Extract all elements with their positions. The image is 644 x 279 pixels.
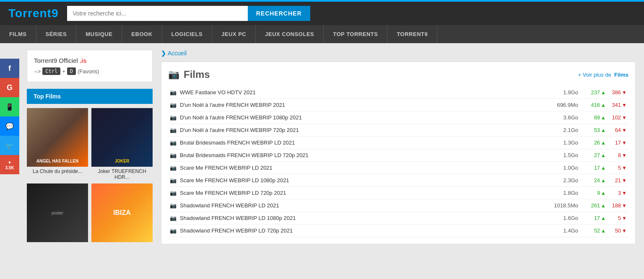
top-films-box: Top Films ANGEL HAS FALLEN La Chute du p… — [27, 89, 153, 244]
logo-blue: Torrent — [8, 7, 52, 20]
torrent-row[interactable]: 📷 D'un Noël à l'autre FRENCH WEBRIP 720p… — [168, 124, 628, 137]
film-thumb-2[interactable]: poster — [27, 183, 88, 244]
down-arrow-icon: ▼ — [622, 228, 627, 234]
social-twitter-button[interactable]: 🐦 — [0, 136, 19, 155]
torrent-camera-icon: 📷 — [170, 114, 177, 121]
torrent-row[interactable]: 📷 Scare Me FRENCH WEBRIP LD 720p 2021 1.… — [168, 187, 628, 199]
torrent-list: 📷 WWE Fastlane VO HDTV 2021 1.9Go 237 ▲ … — [168, 86, 628, 237]
film-thumb-3[interactable]: IBIZA — [91, 183, 153, 244]
torrent-camera-icon: 📷 — [170, 165, 177, 171]
search-button[interactable]: RECHERCHER — [248, 6, 310, 21]
social-facebook-button[interactable]: f — [0, 59, 19, 78]
torrent-row[interactable]: 📷 Scare Me FRENCH WEBRIP LD 2021 1.0Go 1… — [168, 162, 628, 174]
down-arrow-icon: ▼ — [622, 215, 627, 221]
camera-icon: 📷 — [168, 69, 179, 80]
up-arrow-icon: ▲ — [601, 228, 606, 234]
search-container: RECHERCHER — [67, 6, 310, 21]
logo-white: 9 — [52, 7, 59, 20]
torrent-seeds: 26 ▲ — [585, 140, 606, 146]
logo[interactable]: Torrent9 — [8, 7, 59, 20]
nav-item-series[interactable]: SÉRIES — [36, 25, 77, 43]
torrent-camera-icon: 📷 — [170, 127, 177, 133]
twitter-icon: 🐦 — [5, 142, 14, 150]
voir-plus-link[interactable]: + Voir plus de Films — [578, 72, 628, 78]
up-arrow-icon: ▲ — [601, 140, 606, 146]
torrent-row[interactable]: 📷 WWE Fastlane VO HDTV 2021 1.9Go 237 ▲ … — [168, 86, 628, 99]
social-google-button[interactable]: G — [0, 78, 19, 97]
torrent-name: D'un Noël à l'autre FRENCH WEBRIP 720p 2… — [180, 127, 540, 133]
torrent-row[interactable]: 📷 Scare Me FRENCH WEBRIP LD 1080p 2021 2… — [168, 174, 628, 187]
voir-plus-prefix: + Voir plus de — [578, 72, 611, 78]
d-kbd: D — [67, 67, 76, 75]
down-arrow-icon: ▼ — [622, 178, 627, 183]
torrent-row[interactable]: 📷 Brutal Bridesmaids FRENCH WEBRIP LD 20… — [168, 137, 628, 149]
film-thumb-1[interactable]: JOKER Joker TRUEFRENCH HDR... — [91, 108, 153, 180]
torrent-seeds: 416 ▲ — [585, 102, 606, 108]
torrent-camera-icon: 📷 — [170, 177, 177, 183]
torrent-seeds: 53 ▲ — [585, 127, 606, 133]
torrent-leeches: 64 ▼ — [606, 127, 627, 133]
torrent-seeds: 17 ▲ — [585, 165, 606, 171]
down-arrow-icon: ▼ — [622, 102, 627, 108]
voir-plus-films: Films — [614, 72, 628, 78]
nav-item-top-torrents[interactable]: TOP TORRENTS — [324, 25, 387, 43]
social-messenger-button[interactable]: 💬 — [0, 116, 19, 136]
torrent-camera-icon: 📷 — [170, 152, 177, 158]
torrent-name: Shadowland FRENCH WEBRIP LD 1080p 2021 — [180, 215, 540, 221]
torrent-camera-icon: 📷 — [170, 89, 177, 96]
torrent-row[interactable]: 📷 Shadowland FRENCH WEBRIP LD 1080p 2021… — [168, 212, 628, 225]
torrent-leeches: 341 ▼ — [606, 102, 627, 108]
nav-item-jeux-consoles[interactable]: JEUX CONSOLES — [256, 25, 324, 43]
torrent-seeds: 89 ▲ — [585, 114, 606, 121]
torrent-camera-icon: 📷 — [170, 102, 177, 108]
plus-separator: + — [62, 68, 65, 75]
torrent-row[interactable]: 📷 D'un Noël à l'autre FRENCH WEBRIP 2021… — [168, 99, 628, 111]
torrent-seeds: 17 ▲ — [585, 215, 606, 221]
torrent-row[interactable]: 📷 Shadowland FRENCH WEBRIP LD 720p 2021 … — [168, 225, 628, 237]
torrent-row[interactable]: 📷 Shadowland FRENCH WEBRIP LD 2021 1018.… — [168, 199, 628, 212]
header: Torrent9 RECHERCHER — [0, 2, 644, 25]
nav-item-films[interactable]: FILMS — [0, 25, 36, 43]
nav-item-torrent9[interactable]: TORRENT9 — [387, 25, 437, 43]
torrent-camera-icon: 📷 — [170, 215, 177, 221]
torrent-leeches: 8 ▼ — [606, 152, 627, 158]
torrent-size: 1.0Go — [540, 165, 578, 171]
social-share-button[interactable]: + 3.5K — [0, 155, 19, 174]
whatsapp-icon: 📱 — [5, 103, 14, 111]
film-poster-joker: JOKER — [91, 108, 153, 167]
social-sidebar: f G 📱 💬 🐦 + 3.5K — [0, 59, 19, 174]
search-input[interactable] — [67, 6, 248, 21]
down-arrow-icon: ▼ — [622, 203, 627, 209]
nav-item-musique[interactable]: MUSIQUE — [76, 25, 122, 43]
breadcrumb: ❯ Accueil — [161, 50, 636, 57]
page-content: ❯ Accueil 📷 Films + Voir plus de Films 📷… — [161, 50, 636, 261]
torrent-row[interactable]: 📷 D'un Noël à l'autre FRENCH WEBRIP 1080… — [168, 111, 628, 124]
torrent-seeds: 237 ▲ — [585, 89, 606, 96]
up-arrow-icon: ▲ — [601, 190, 606, 196]
nav-item-ebook[interactable]: EBOOK — [122, 25, 162, 43]
up-arrow-icon: ▲ — [601, 152, 606, 158]
torrent-leeches: 50 ▼ — [606, 227, 627, 234]
torrent-size: 2.3Go — [540, 177, 578, 183]
torrent-row[interactable]: 📷 Brutal Bridesmaids FRENCH WEBRIP LD 72… — [168, 149, 628, 162]
nav-item-logiciels[interactable]: LOGICIELS — [162, 25, 213, 43]
top-films-title-bar: Top Films — [27, 89, 153, 104]
torrent-leeches: 5 ▼ — [606, 215, 627, 221]
sidebar-info-box: Torrent9 Officiel .is --> Ctrl + D (Favo… — [27, 50, 153, 82]
social-whatsapp-button[interactable]: 📱 — [0, 97, 19, 116]
film-poster-dark1: poster — [27, 183, 88, 242]
torrent-camera-icon: 📷 — [170, 202, 177, 209]
up-arrow-icon: ▲ — [601, 127, 606, 133]
torrent-leeches: 102 ▼ — [606, 114, 627, 121]
torrent-name: Shadowland FRENCH WEBRIP LD 2021 — [180, 202, 540, 209]
torrent-size: 1.8Go — [540, 190, 578, 196]
breadcrumb-label[interactable]: Accueil — [168, 50, 187, 57]
torrent-leeches: 188 ▼ — [606, 202, 627, 209]
site-name: Torrent9 Officiel .is — [34, 57, 145, 64]
up-arrow-icon: ▲ — [601, 90, 606, 96]
torrent-size: 1.3Go — [540, 140, 578, 146]
film-thumb-0[interactable]: ANGEL HAS FALLEN La Chute du préside... — [27, 108, 88, 180]
arrow-text: --> — [34, 68, 41, 75]
nav-item-jeux-pc[interactable]: JEUX PC — [212, 25, 256, 43]
torrent-size: 1.4Go — [540, 227, 578, 234]
